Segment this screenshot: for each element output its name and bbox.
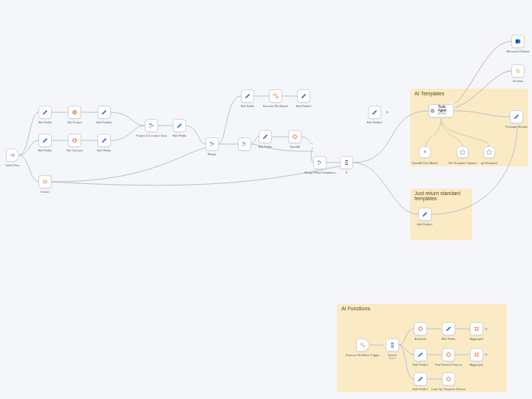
group-title: AI Templates [415,91,444,96]
node-label: Get Project [67,120,82,124]
node-openai[interactable]: OpenAI [288,130,301,143]
svg-point-19 [447,353,451,357]
node-initial-trigger[interactable]: Initial Data [6,149,19,162]
node-get-contract[interactable]: Get Contract [68,134,81,147]
node-label: OpenAI Chat Model [412,161,437,165]
node-edit-fields[interactable]: Edit Fields1 [418,208,432,221]
node-edit-fields[interactable]: Edit Fields [38,106,52,119]
node-label: getTemplate [481,161,497,165]
arrow-in-icon [9,151,16,159]
svg-rect-17 [475,330,477,331]
svg-point-7 [293,135,297,139]
pencil-icon [244,92,251,100]
node-label: Edit Fields [38,120,52,124]
branch-icon [389,341,396,349]
node-label: Find Vendor Projects [434,363,462,366]
node-edit-fields[interactable]: Edit Fields [173,119,186,132]
outlook-icon [514,38,522,45]
node-merge[interactable]: Merge [205,137,219,151]
svg-rect-11 [516,40,518,44]
node-get-template[interactable]: getTemplate [483,146,495,158]
http-icon [71,109,78,116]
node-edit-fields[interactable]: Edit Fields1 [98,106,111,119]
node-label: Look Up Template Service [432,387,466,391]
pencil-icon [41,109,49,116]
node-merge-filled[interactable]: Merge Filled Templates [313,156,327,169]
node-tools-agent[interactable]: Tools Agent action [429,104,454,117]
node-iterate[interactable]: Iterate [38,175,52,188]
node-switch[interactable]: Switch Action [386,338,399,352]
svg-rect-22 [475,355,477,357]
node-edit-fields[interactable]: Edit Fields1 [414,348,427,361]
node-label: Edit Fields1 [97,120,112,124]
node-label: Merge Filled Templates [304,171,335,174]
svg-point-9 [432,110,433,111]
node-edit-fields[interactable]: Edit Fields [98,134,111,147]
node-annotate[interactable]: Annotate [414,322,427,335]
node-edit-fields[interactable]: Edit Fields2 [414,372,427,386]
node-lookup-template-service[interactable]: Look Up Template Service [442,372,455,386]
node-subtitle: action [438,112,453,116]
node-execute-workflow-trigger[interactable]: Execute Workflow Trigger [356,338,369,352]
node-execute-workflow[interactable]: Execute Workflow1 [269,89,282,103]
node-get-project[interactable]: Get Project [68,106,81,119]
node-aggregate[interactable]: Aggregate [470,348,483,361]
node-merge[interactable]: Project & Contract Data [145,119,158,132]
http-icon [445,375,452,383]
node-label: Edit Fields2 [413,387,429,391]
node-label: Execute Workflow Trigger [346,353,380,357]
node-edit-fields[interactable]: Edit Fields [442,322,455,335]
node-label: Project & Contract Data [136,134,167,137]
node-label: Edit Fields [241,104,255,108]
svg-rect-15 [475,327,477,329]
merge-icon [316,159,324,166]
aggregate-icon [473,325,480,332]
node-chat-model[interactable]: OpenAI Chat Model [419,146,431,158]
node-edit-fields[interactable]: Edit Fields1 [297,89,310,103]
node-microsoft-outlook[interactable]: Microsoft Outlook [511,35,525,48]
pencil-icon [445,325,452,332]
svg-rect-20 [475,353,477,355]
node-edit-fields[interactable]: Edit Fields [259,130,272,143]
node-label: OpenAI [290,145,300,149]
node-subtitle: Action [389,357,396,360]
group-title: AI Functions [341,306,370,311]
svg-point-24 [447,378,451,381]
node-label: Initial Data [6,163,20,167]
branch-icon [343,159,350,166]
workflow-canvas[interactable]: AI Templates Just return standard templa… [0,0,532,399]
node-label: Get Template Options [449,161,477,165]
node-edit-fields[interactable]: Edit Fields [38,134,52,147]
svg-rect-6 [276,97,279,99]
node-label: Edit Fields1 [413,363,429,366]
pencil-icon [41,137,49,144]
tool-icon [459,149,466,156]
http-icon [445,351,452,358]
merge-icon [208,140,216,148]
node-find-vendor-projects[interactable]: Find Vendor Projects [442,348,455,361]
node-if[interactable]: If [340,156,353,169]
pencil-icon [176,122,183,129]
node-label: Aggregate [470,363,483,366]
node-iteration[interactable]: Iteration [511,64,525,78]
node-get-template-options[interactable]: Get Template Options [457,146,468,158]
node-edit-fields[interactable]: Edit Fields [241,89,254,103]
node-label: Edit Fields [38,149,52,152]
http-icon [291,133,299,140]
svg-rect-23 [477,355,479,357]
node-label: Edit Fields [173,134,187,137]
node-aggregate[interactable]: Aggregate [470,322,483,335]
pencil-icon [100,109,108,116]
node-label: Edit Fields [259,145,273,149]
node-label: Edit Fields [98,149,112,152]
svg-rect-5 [273,94,276,96]
node-package-results[interactable]: Package Results [510,110,523,123]
pencil-icon [262,133,269,140]
http-icon [71,137,78,144]
http-icon [417,325,424,332]
pencil-icon [100,137,108,144]
node-edit-fields-floating[interactable]: Edit Fields2 [368,106,381,119]
node-label: Iteration [513,79,523,83]
node-merge-secondary[interactable] [238,137,251,151]
pencil-icon [300,92,307,100]
